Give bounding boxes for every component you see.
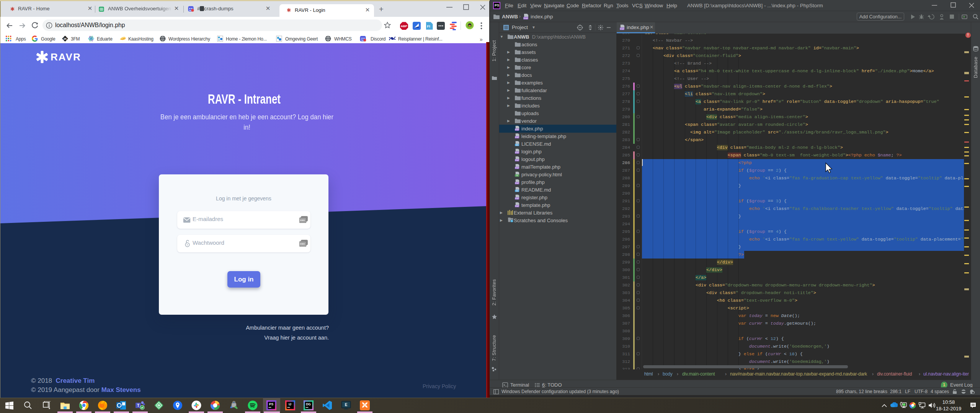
svg-text:T: T bbox=[137, 403, 139, 408]
svg-text:PHP: PHP bbox=[515, 159, 519, 161]
svg-text:IJ: IJ bbox=[289, 402, 291, 406]
svg-text:ABP: ABP bbox=[401, 24, 408, 28]
svg-text:MD: MD bbox=[516, 144, 519, 146]
svg-text:3K: 3K bbox=[64, 37, 67, 40]
svg-text:E: E bbox=[345, 403, 348, 407]
svg-text:PHP: PHP bbox=[515, 129, 519, 131]
svg-text:PHP: PHP bbox=[524, 17, 528, 20]
svg-text:H: H bbox=[516, 175, 518, 177]
svg-text:FI: FI bbox=[427, 24, 430, 28]
svg-text:DG: DG bbox=[306, 402, 311, 406]
svg-text:PHP: PHP bbox=[515, 167, 519, 169]
svg-text:MD: MD bbox=[516, 190, 519, 192]
svg-text:PHP: PHP bbox=[515, 152, 519, 154]
svg-text:PHP: PHP bbox=[515, 182, 519, 184]
svg-text:PS: PS bbox=[269, 402, 274, 406]
svg-text:PHP: PHP bbox=[515, 205, 519, 207]
svg-text:PHP: PHP bbox=[620, 28, 624, 30]
svg-text:PHP: PHP bbox=[515, 198, 519, 200]
svg-text:PHP: PHP bbox=[515, 137, 519, 138]
